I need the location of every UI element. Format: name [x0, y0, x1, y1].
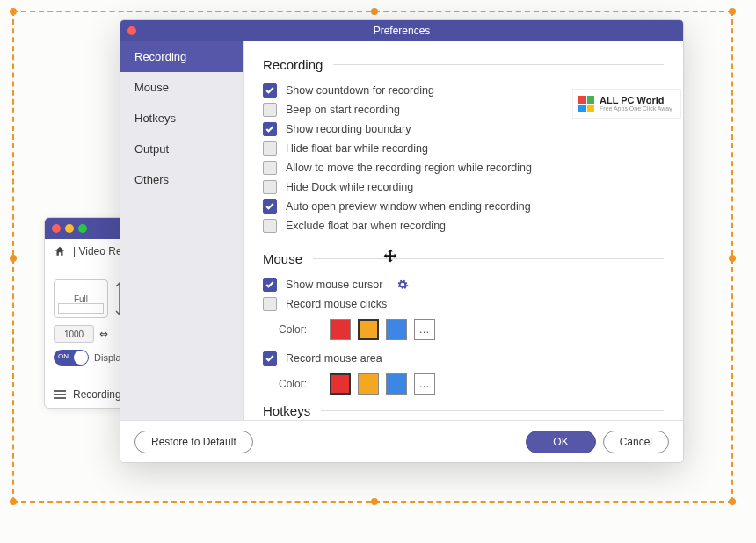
sidebar-item-recording[interactable]: Recording [120, 41, 243, 72]
home-icon[interactable] [54, 245, 66, 257]
logo-icon [578, 96, 594, 112]
handle-ml[interactable] [10, 255, 17, 262]
display-area-full[interactable]: Full [54, 279, 108, 318]
recording-check-label-7: Exclude float bar when recording [286, 220, 446, 232]
handle-bm[interactable] [371, 498, 378, 505]
handle-br[interactable] [729, 498, 736, 505]
recording-checkbox-2[interactable] [263, 122, 277, 136]
area-color-more[interactable]: … [414, 373, 435, 395]
recording-check-label-4: Allow to move the recording region while… [286, 162, 532, 174]
record-clicks-label: Record mouse clicks [286, 298, 387, 310]
window-title: Preferences [120, 25, 683, 37]
handle-tl[interactable] [10, 8, 17, 15]
recording-history-label: Recording [73, 388, 121, 401]
clicks-color-red[interactable] [330, 319, 351, 340]
handle-tr[interactable] [729, 8, 736, 15]
preferences-window: Preferences Recording Mouse Hotkeys Outp… [120, 19, 684, 463]
show-cursor-label: Show mouse cursor [286, 279, 382, 291]
cancel-button[interactable]: Cancel [603, 431, 669, 453]
section-recording-title: Recording [263, 57, 323, 72]
recording-checkbox-0[interactable] [263, 83, 277, 98]
width-input[interactable]: 1000 [54, 325, 94, 343]
preferences-footer: Restore to Default OK Cancel [120, 420, 683, 462]
recording-check-label-1: Beep on start recording [286, 104, 400, 116]
recording-check-label-0: Show countdown for recording [286, 84, 434, 97]
recording-checkbox-1[interactable] [263, 103, 277, 117]
restore-default-button[interactable]: Restore to Default [134, 431, 253, 453]
minimize-icon[interactable] [65, 224, 74, 233]
record-area-label: Record mouse area [286, 352, 382, 365]
recording-checkbox-4[interactable] [263, 161, 277, 175]
close-icon[interactable] [52, 224, 61, 233]
area-color-blue[interactable] [386, 373, 407, 395]
recording-check-label-3: Hide float bar while recording [286, 142, 428, 155]
sidebar-item-others[interactable]: Others [120, 164, 243, 195]
recorder-title: | Video Re [73, 245, 122, 257]
watermark-logo: ALL PC WorldFree Apps One Click Away [572, 89, 681, 119]
link-icon[interactable]: ⇔ [99, 328, 108, 340]
preferences-titlebar[interactable]: Preferences [120, 20, 683, 41]
gear-icon[interactable] [396, 279, 409, 291]
handle-tm[interactable] [371, 8, 378, 15]
sidebar-item-hotkeys[interactable]: Hotkeys [120, 103, 243, 134]
recording-check-label-6: Auto open preview window when ending rec… [286, 200, 531, 213]
clicks-color-row: Color: … [279, 319, 664, 340]
move-cursor-icon [381, 248, 400, 267]
record-area-checkbox[interactable] [263, 351, 277, 366]
section-hotkeys-title: Hotkeys [263, 403, 310, 418]
area-color-red[interactable] [330, 373, 351, 395]
menu-icon[interactable] [54, 390, 66, 399]
handle-mr[interactable] [729, 255, 736, 262]
recording-checkbox-6[interactable] [263, 199, 277, 214]
clicks-color-blue[interactable] [386, 319, 407, 340]
section-recording-header: Recording [263, 57, 664, 72]
recording-checkbox-5[interactable] [263, 180, 277, 194]
sidebar-item-mouse[interactable]: Mouse [120, 72, 243, 103]
section-mouse-header: Mouse [263, 251, 664, 266]
recording-checkbox-3[interactable] [263, 141, 277, 156]
section-hotkeys-header: Hotkeys [263, 403, 664, 418]
area-color-orange[interactable] [358, 373, 379, 395]
ok-button[interactable]: OK [526, 431, 595, 453]
area-color-label: Color: [279, 378, 307, 390]
clicks-color-orange[interactable] [358, 319, 379, 340]
recording-check-label-2: Show recording boundary [286, 123, 411, 135]
area-color-row: Color: … [279, 373, 664, 395]
preferences-main: ALL PC WorldFree Apps One Click Away Rec… [244, 41, 683, 420]
display-toggle-label: Displa [94, 352, 121, 363]
record-clicks-checkbox[interactable] [263, 297, 277, 311]
section-mouse-title: Mouse [263, 251, 302, 266]
clicks-color-label: Color: [279, 323, 307, 336]
maximize-icon[interactable] [78, 224, 87, 233]
display-toggle[interactable]: ON [54, 350, 89, 366]
recording-checkbox-7[interactable] [263, 219, 277, 233]
handle-bl[interactable] [10, 498, 17, 505]
preferences-sidebar: Recording Mouse Hotkeys Output Others [120, 41, 244, 420]
clicks-color-more[interactable]: … [414, 319, 435, 340]
recording-check-label-5: Hide Dock while recording [286, 181, 413, 193]
sidebar-item-output[interactable]: Output [120, 134, 243, 164]
show-cursor-checkbox[interactable] [263, 278, 277, 292]
